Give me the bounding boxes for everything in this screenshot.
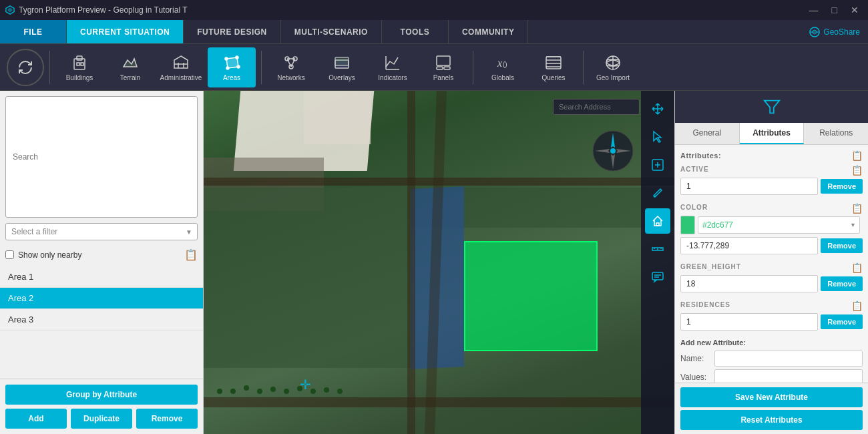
tool-panels-label: Panels bbox=[433, 74, 454, 81]
save-new-attribute-button[interactable]: Save New Attribute bbox=[680, 387, 863, 407]
svg-rect-5 bbox=[77, 56, 82, 60]
tab-file[interactable]: FILE bbox=[0, 20, 67, 43]
titlebar-left: Tygron Platform Preview - Geoplug in Tut… bbox=[5, 5, 188, 15]
svg-marker-57 bbox=[764, 101, 779, 114]
maximize-button[interactable]: □ bbox=[828, 3, 841, 17]
nearby-row: Show only nearby 📋 bbox=[0, 246, 203, 264]
attr-residences-remove-button[interactable]: Remove bbox=[821, 314, 863, 329]
show-nearby-checkbox[interactable] bbox=[5, 250, 14, 259]
area-item-1[interactable]: Area 1 bbox=[0, 266, 203, 288]
new-attr-values-input[interactable] bbox=[714, 369, 863, 383]
nearby-copy-icon[interactable]: 📋 bbox=[184, 248, 198, 261]
filter-wrapper: Select a filter Filter by type Filter by… bbox=[5, 223, 198, 240]
svg-point-15 bbox=[226, 67, 229, 69]
geoshare-button[interactable]: GeoShare bbox=[801, 20, 868, 43]
tool-geo-import[interactable]: Geo Import bbox=[589, 47, 637, 87]
tool-areas[interactable]: Areas bbox=[208, 47, 256, 87]
tab-community[interactable]: COMMUNITY bbox=[449, 20, 529, 43]
titlebar: Tygron Platform Preview - Geoplug in Tut… bbox=[0, 0, 868, 20]
tool-indicators-label: Indicators bbox=[378, 74, 407, 81]
attr-green-height-input[interactable] bbox=[680, 275, 818, 292]
geoshare-label: GeoShare bbox=[823, 27, 860, 37]
color-swatch bbox=[680, 216, 695, 234]
search-address-input[interactable] bbox=[553, 99, 640, 115]
tab-tools-label: TOOLs bbox=[401, 27, 430, 37]
attr-green-height-row: Remove bbox=[680, 275, 863, 292]
map-tool-edit[interactable] bbox=[645, 180, 670, 206]
filter-select[interactable]: Select a filter Filter by type Filter by… bbox=[5, 223, 198, 240]
tab-attributes[interactable]: Attributes bbox=[740, 123, 805, 144]
svg-marker-44 bbox=[654, 132, 661, 142]
svg-marker-1 bbox=[8, 8, 13, 13]
tool-queries[interactable]: Queries bbox=[529, 47, 578, 87]
attr-group-residences: RESIDENCES 📋 Remove bbox=[680, 300, 863, 331]
map-tool-pan[interactable] bbox=[645, 152, 670, 178]
attr-residences-label: RESIDENCES bbox=[680, 301, 730, 308]
close-button[interactable]: ✕ bbox=[847, 3, 863, 17]
tool-globals-label: Globals bbox=[491, 74, 514, 81]
remove-button[interactable]: Remove bbox=[136, 409, 198, 429]
area-item-3[interactable]: Area 3 bbox=[0, 309, 203, 331]
tab-current-situation[interactable]: CURRENT SITUATION bbox=[67, 20, 184, 43]
tool-indicators[interactable]: Indicators bbox=[369, 47, 417, 87]
geoshare-icon bbox=[809, 27, 820, 37]
duplicate-button[interactable]: Duplicate bbox=[71, 409, 132, 429]
refresh-button[interactable] bbox=[7, 49, 44, 86]
map-tool-measure[interactable] bbox=[645, 236, 670, 262]
map-tool-select[interactable] bbox=[645, 124, 670, 150]
map-overlay-toolbar bbox=[641, 91, 674, 434]
tool-terrain[interactable]: Terrain bbox=[106, 47, 154, 87]
attr-active-remove-button[interactable]: Remove bbox=[821, 179, 863, 194]
area-item-2[interactable]: Area 2 bbox=[0, 288, 203, 309]
toolbar-separator-2 bbox=[261, 51, 262, 84]
new-attr-name-input[interactable] bbox=[714, 351, 863, 367]
map-tool-chat[interactable] bbox=[645, 264, 670, 290]
attributes-copy-icon[interactable]: 📋 bbox=[851, 150, 863, 161]
search-address-area bbox=[553, 99, 640, 115]
attr-residences-copy-icon[interactable]: 📋 bbox=[851, 300, 863, 311]
attr-green-height-remove-button[interactable]: Remove bbox=[821, 276, 863, 291]
attr-active-input[interactable] bbox=[680, 178, 818, 195]
color-select[interactable]: #2dc677 bbox=[698, 216, 860, 234]
reset-attributes-button[interactable]: Reset Attributes bbox=[680, 410, 863, 430]
map-tool-move[interactable] bbox=[645, 96, 670, 122]
toolbar-separator-4 bbox=[583, 51, 584, 84]
attr-color-row: #2dc677 bbox=[680, 216, 863, 234]
crosshair-icon: ✛ bbox=[300, 377, 311, 393]
tab-multi-scenario[interactable]: MULTI-SCENARIO bbox=[281, 20, 382, 43]
map-area[interactable]: ✛ bbox=[204, 91, 674, 434]
area-list: Area 1 Area 2 Area 3 bbox=[0, 266, 203, 379]
left-bottom: Group by Attribute Add Duplicate Remove bbox=[0, 379, 203, 434]
tab-tools[interactable]: TOOLs bbox=[382, 20, 449, 43]
tab-current-situation-label: CURRENT SITUATION bbox=[80, 27, 170, 37]
rp-header bbox=[675, 91, 868, 123]
tab-relations[interactable]: Relations bbox=[804, 123, 868, 144]
map-tool-home[interactable] bbox=[645, 208, 670, 234]
add-button[interactable]: Add bbox=[5, 409, 67, 429]
tool-overlays[interactable]: Overlays bbox=[318, 47, 366, 87]
compass-area bbox=[586, 124, 640, 178]
svg-rect-54 bbox=[652, 272, 663, 280]
tool-buildings[interactable]: Buildings bbox=[55, 47, 103, 87]
attr-color-copy-icon[interactable]: 📋 bbox=[851, 203, 863, 214]
titlebar-title: Tygron Platform Preview - Geoplug in Tut… bbox=[19, 5, 188, 15]
tab-community-label: COMMUNITY bbox=[462, 27, 515, 37]
search-input[interactable] bbox=[5, 96, 198, 218]
attr-color-remove-button[interactable]: Remove bbox=[821, 238, 863, 253]
attr-color-value-input[interactable] bbox=[680, 237, 818, 254]
tab-future-design[interactable]: FUTURE DESIGN bbox=[184, 20, 281, 43]
tool-administrative[interactable]: Administrative bbox=[157, 47, 205, 87]
tool-panels[interactable]: Panels bbox=[419, 47, 467, 87]
tab-general[interactable]: General bbox=[675, 123, 740, 144]
tool-networks-label: Networks bbox=[277, 74, 305, 81]
attr-green-height-copy-icon[interactable]: 📋 bbox=[851, 262, 863, 273]
tool-globals[interactable]: x () Globals bbox=[479, 47, 527, 87]
minimize-button[interactable]: — bbox=[805, 3, 823, 17]
show-nearby-label[interactable]: Show only nearby bbox=[5, 250, 81, 260]
attr-residences-input[interactable] bbox=[680, 313, 818, 331]
menubar: FILE CURRENT SITUATION FUTURE DESIGN MUL… bbox=[0, 20, 868, 44]
tool-networks[interactable]: Networks bbox=[267, 47, 315, 87]
attr-color-value-row: Remove bbox=[680, 237, 863, 254]
group-by-attribute-button[interactable]: Group by Attribute bbox=[5, 385, 198, 405]
attr-active-copy-icon[interactable]: 📋 bbox=[851, 165, 863, 176]
